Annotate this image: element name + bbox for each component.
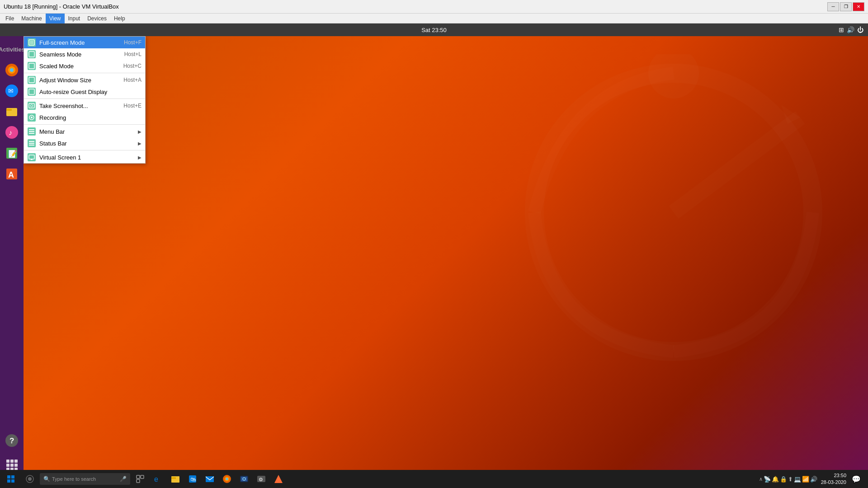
restore-button[interactable]: ❐: [840, 2, 852, 11]
menu-screenshot[interactable]: Take Screenshot... Host+E: [24, 100, 145, 112]
cortana-button[interactable]: [22, 471, 38, 487]
recording-icon: [28, 113, 36, 122]
sidebar-rhythmbox[interactable]: ♪: [2, 123, 21, 142]
clock-time: 23:50: [821, 472, 846, 479]
menu-file[interactable]: File: [2, 14, 18, 23]
svg-rect-42: [29, 155, 34, 159]
svg-rect-27: [30, 41, 33, 44]
sidebar-help[interactable]: ?: [2, 431, 21, 450]
virtualscreen-label: Virtual Screen 1: [39, 154, 134, 161]
titlebar: Ubuntu 18 [Running] - Oracle VM VirtualB…: [0, 0, 868, 14]
network-icon: ⊞: [839, 26, 844, 33]
systray-expand[interactable]: ∧: [759, 476, 763, 482]
extra-icon-2[interactable]: [270, 471, 287, 487]
systray-icon-2[interactable]: 🔔: [772, 476, 779, 483]
minimize-button[interactable]: ─: [827, 2, 839, 11]
svg-text:⚙: ⚙: [259, 477, 263, 482]
edge-icon[interactable]: e: [150, 471, 166, 487]
menu-statusbar[interactable]: Status Bar ▶: [24, 137, 145, 149]
separator-4: [24, 150, 145, 150]
autoresize-label: Auto-resize Guest Display: [39, 89, 138, 95]
sidebar-appstore[interactable]: A: [2, 164, 21, 183]
taskbar-firefox-icon[interactable]: [219, 471, 235, 487]
menu-input[interactable]: Input: [65, 14, 84, 23]
separator-1: [24, 73, 145, 73]
menu-recording[interactable]: Recording: [24, 112, 145, 123]
menu-fullscreen[interactable]: Full-screen Mode Host+F: [24, 37, 145, 48]
separator-2: [24, 99, 145, 99]
menu-autoresize[interactable]: Auto-resize Guest Display: [24, 86, 145, 98]
svg-rect-31: [29, 89, 34, 94]
menu-devices[interactable]: Devices: [84, 14, 110, 23]
menu-virtualscreen[interactable]: Virtual Screen 1 ▶: [24, 151, 145, 163]
volume-taskbar-icon[interactable]: 🔊: [810, 476, 817, 483]
virtualscreen-arrow: ▶: [138, 155, 142, 160]
close-button[interactable]: ✕: [853, 2, 864, 11]
svg-point-33: [31, 105, 33, 107]
menubar-icon: [28, 127, 36, 136]
sidebar-firefox[interactable]: [2, 61, 21, 80]
virtualbox-taskbar-icon[interactable]: [236, 471, 252, 487]
seamless-label: Seamless Mode: [39, 51, 121, 58]
systray-icon-5[interactable]: 💻: [794, 476, 801, 483]
fullscreen-label: Full-screen Mode: [39, 39, 120, 46]
svg-rect-50: [137, 475, 140, 479]
titlebar-title: Ubuntu 18 [Running] - Oracle VM VirtualB…: [4, 3, 119, 10]
taskbar-pinned-icons: e 🛍 ⚙: [150, 471, 287, 487]
adjust-icon: [28, 76, 36, 84]
windows-search[interactable]: 🔍 Type here to search 🎤: [40, 473, 130, 485]
menubar-arrow: ▶: [138, 129, 142, 134]
virtualscreen-icon: [28, 153, 36, 161]
menu-adjust[interactable]: Adjust Window Size Host+A: [24, 74, 145, 86]
mail-icon[interactable]: [202, 471, 218, 487]
svg-rect-58: [206, 476, 214, 482]
menu-scaled[interactable]: Scaled Mode Host+C: [24, 60, 145, 72]
systray-icon-1[interactable]: 📡: [764, 476, 771, 483]
fullscreen-icon: [28, 38, 36, 47]
seamless-icon: [28, 50, 36, 58]
svg-marker-67: [274, 475, 283, 483]
svg-point-49: [28, 477, 32, 481]
svg-rect-51: [141, 475, 144, 479]
systray: ∧ 📡 🔔 🔒 ⬆ 💻 📶 🔊: [759, 476, 817, 483]
explorer-icon[interactable]: [167, 471, 184, 487]
systray-icon-4[interactable]: ⬆: [788, 476, 793, 483]
start-button[interactable]: [2, 470, 20, 488]
ubuntu-sidebar: Activities ✉ ♪ 📝 A ?: [0, 36, 24, 478]
svg-text:✉: ✉: [8, 87, 14, 94]
sidebar-activities[interactable]: Activities: [2, 40, 21, 59]
recording-label: Recording: [39, 114, 138, 121]
svg-rect-16: [10, 460, 14, 463]
view-dropdown-menu: Full-screen Mode Host+F Seamless Mode Ho…: [24, 36, 146, 164]
svg-rect-19: [10, 464, 14, 467]
search-placeholder: Type here to search: [52, 476, 96, 482]
svg-rect-29: [29, 63, 34, 69]
screenshot-label: Take Screenshot...: [39, 103, 120, 109]
menu-seamless[interactable]: Seamless Mode Host+L: [24, 48, 145, 60]
store-icon[interactable]: 🛍: [184, 471, 201, 487]
extra-icon-1[interactable]: ⚙: [253, 471, 269, 487]
search-icon: 🔍: [43, 476, 50, 482]
menubar-label: Menu Bar: [39, 128, 134, 135]
titlebar-controls: ─ ❐ ✕: [827, 2, 864, 11]
windows-clock[interactable]: 23:50 28-03-2020: [819, 472, 848, 486]
svg-rect-6: [6, 109, 12, 111]
notification-center[interactable]: 💬: [850, 475, 863, 483]
task-view-button[interactable]: [132, 471, 148, 487]
sidebar-files[interactable]: [2, 102, 21, 121]
sidebar-libreoffice[interactable]: 📝: [2, 144, 21, 163]
adjust-shortcut: Host+A: [123, 77, 142, 83]
adjust-label: Adjust Window Size: [39, 77, 120, 84]
screenshot-shortcut: Host+E: [123, 103, 142, 109]
svg-text:📝: 📝: [8, 150, 17, 158]
sidebar-thunderbird[interactable]: ✉: [2, 81, 21, 100]
menu-machine[interactable]: Machine: [18, 14, 45, 23]
vbox-menubar: File Machine View Input Devices Help: [0, 14, 868, 23]
menu-help[interactable]: Help: [110, 14, 129, 23]
systray-icon-3[interactable]: 🔒: [780, 476, 787, 483]
menu-view[interactable]: View: [46, 14, 65, 23]
wifi-icon[interactable]: 📶: [802, 476, 809, 483]
menu-menubar[interactable]: Menu Bar ▶: [24, 126, 145, 137]
vm-clock: Sat 23:50: [421, 27, 447, 33]
volume-icon: 🔊: [847, 26, 854, 33]
